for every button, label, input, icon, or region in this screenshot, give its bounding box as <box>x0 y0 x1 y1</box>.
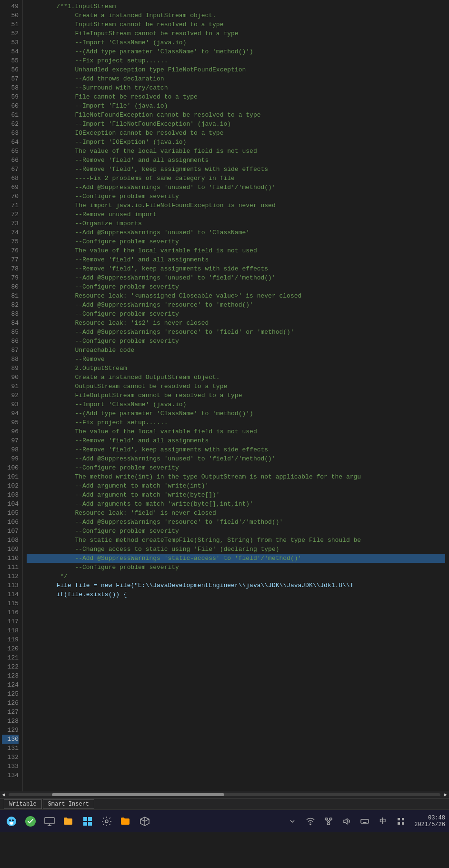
code-line: --Fix project setup...... <box>27 418 445 427</box>
line-number: 120 <box>2 644 19 653</box>
line-number: 103 <box>2 490 19 499</box>
line-number: 128 <box>2 717 19 726</box>
code-line: if(file.exists()) { <box>27 590 445 599</box>
code-line: --Configure problem severity <box>27 463 445 472</box>
code-line: --Surround with try/catch <box>27 83 445 92</box>
taskbar-icon-monitor[interactable] <box>42 814 57 829</box>
code-line: --Add @SuppressWarnings 'static-access' … <box>27 554 445 563</box>
code-line: The value of the local variable field is… <box>27 427 445 436</box>
code-line: --Add @SuppressWarnings 'unused' to 'fie… <box>27 183 445 192</box>
line-number: 74 <box>2 228 19 237</box>
line-number: 51 <box>2 20 19 29</box>
svg-rect-24 <box>402 822 404 825</box>
writable-status[interactable]: Writable <box>4 799 42 809</box>
line-number: 64 <box>2 138 19 147</box>
line-number: 124 <box>2 680 19 689</box>
line-number: 65 <box>2 147 19 156</box>
svg-rect-5 <box>45 818 54 824</box>
line-number: 90 <box>2 373 19 382</box>
taskbar-icon-windows[interactable] <box>80 814 95 829</box>
line-number: 119 <box>2 635 19 644</box>
line-number: 71 <box>2 201 19 210</box>
code-line: --Configure problem severity <box>27 282 445 291</box>
line-number: 86 <box>2 337 19 346</box>
line-number: 63 <box>2 129 19 138</box>
code-line: FileNotFoundException cannot be resolved… <box>27 110 445 120</box>
line-number: 93 <box>2 400 19 409</box>
line-number: 97 <box>2 436 19 445</box>
line-number: 85 <box>2 328 19 337</box>
line-number: 114 <box>2 590 19 599</box>
line-number: 62 <box>2 120 19 129</box>
line-number: 110 <box>2 554 19 563</box>
svg-rect-8 <box>83 822 87 826</box>
code-line: --Import 'ClassName' (java.io) <box>27 400 445 409</box>
clock-time: 03:48 <box>428 815 445 821</box>
code-line: --Remove 'field' and all assignments <box>27 255 445 264</box>
code-line: --Import 'FileNotFoundException' (java.i… <box>27 120 445 129</box>
line-number: 134 <box>2 771 19 780</box>
line-number: 115 <box>2 599 19 608</box>
line-number: 83 <box>2 309 19 319</box>
tray-ime-cn-icon[interactable]: 中 <box>375 814 390 829</box>
code-line: Create a instanced InputStream object. <box>27 11 445 20</box>
code-line: --Import 'IOExption' (java.io) <box>27 138 445 147</box>
tray-grid-icon[interactable] <box>393 814 409 829</box>
line-number: 127 <box>2 708 19 717</box>
scroll-right-arrow[interactable]: ▶ <box>442 791 449 798</box>
smart-insert-status[interactable]: Smart Insert <box>43 799 94 809</box>
code-content[interactable]: /**1.InputStream Create a instanced Inpu… <box>23 0 449 791</box>
taskbar-icon-check[interactable] <box>23 814 38 829</box>
line-number: 133 <box>2 762 19 771</box>
line-number: 113 <box>2 581 19 590</box>
line-number: 58 <box>2 83 19 92</box>
tray-expand-icon[interactable] <box>285 814 300 829</box>
line-number: 108 <box>2 536 19 545</box>
tray-volume-icon[interactable] <box>339 814 354 829</box>
line-number: 95 <box>2 418 19 427</box>
code-line: --Add @SuppressWarnings 'unused' to 'fie… <box>27 273 445 282</box>
svg-rect-13 <box>329 818 332 820</box>
svg-point-11 <box>310 824 311 825</box>
taskbar-icon-gear[interactable] <box>99 814 114 829</box>
code-line: The value of the local variable field is… <box>27 147 445 156</box>
line-number: 77 <box>2 255 19 264</box>
line-number: 118 <box>2 626 19 635</box>
code-line: --Add @SuppressWarnings 'resource' to 'f… <box>27 518 445 527</box>
line-number: 53 <box>2 38 19 47</box>
tray-network-icon[interactable] <box>321 814 336 829</box>
line-number: 101 <box>2 472 19 481</box>
tray-keyboard-icon[interactable] <box>357 814 372 829</box>
line-number: 79 <box>2 273 19 282</box>
scroll-track[interactable] <box>9 793 440 796</box>
code-line: 2.OutputStream <box>27 364 445 373</box>
taskbar-icon-box[interactable] <box>137 814 152 829</box>
line-number: 52 <box>2 29 19 38</box>
taskbar-icon-penguin[interactable] <box>4 814 19 829</box>
line-number: 81 <box>2 291 19 300</box>
line-number: 66 <box>2 156 19 165</box>
code-line: --Import 'ClassName' (java.io) <box>27 38 445 47</box>
code-line: --Add argument to match 'write(int)' <box>27 481 445 490</box>
taskbar-icon-folder[interactable] <box>61 814 76 829</box>
line-number: 122 <box>2 662 19 671</box>
horizontal-scrollbar[interactable]: ◀ ▶ <box>0 791 449 798</box>
code-line: --Organize imports <box>27 219 445 228</box>
line-number: 112 <box>2 572 19 581</box>
code-line: The import java.io.FileNotFoundException… <box>27 201 445 210</box>
code-line: File cannot be resolved to a type <box>27 92 445 101</box>
line-number: 57 <box>2 74 19 83</box>
tray-wifi-icon[interactable] <box>303 814 318 829</box>
line-number: 126 <box>2 698 19 708</box>
code-line: IOException cannot be resolved to a type <box>27 129 445 138</box>
line-number: 109 <box>2 545 19 554</box>
svg-rect-6 <box>83 817 87 821</box>
line-number: 105 <box>2 509 19 518</box>
scroll-thumb[interactable] <box>52 793 225 796</box>
line-number: 89 <box>2 364 19 373</box>
code-line: Unhandled exception type FileNotFoundExc… <box>27 65 445 74</box>
line-number: 56 <box>2 65 19 74</box>
taskbar-icon-folder-alt[interactable] <box>118 814 133 829</box>
code-line: --Configure problem severity <box>27 237 445 246</box>
scroll-left-arrow[interactable]: ◀ <box>0 791 7 798</box>
